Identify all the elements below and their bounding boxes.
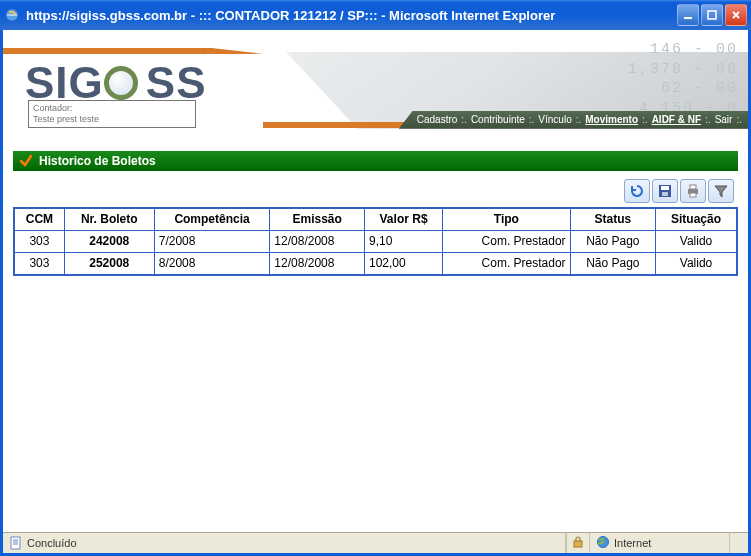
col-situacao[interactable]: Situação xyxy=(656,208,737,230)
cell-tipo: Com. Prestador xyxy=(443,230,570,252)
col-tipo[interactable]: Tipo xyxy=(443,208,570,230)
col-ccm[interactable]: CCM xyxy=(15,208,65,230)
boletos-grid: CCM Nr. Boleto Competência Emissão Valor… xyxy=(13,207,738,276)
status-pane-lock xyxy=(566,533,590,553)
cell-nr-boleto-link[interactable]: 252008 xyxy=(64,252,154,274)
table-header-row: CCM Nr. Boleto Competência Emissão Valor… xyxy=(15,208,737,230)
ie-icon xyxy=(4,7,20,23)
cell-situacao: Valido xyxy=(656,230,737,252)
table-row[interactable]: 303 242008 7/2008 12/08/2008 9,10 Com. P… xyxy=(15,230,737,252)
banner-stripe xyxy=(198,48,298,128)
cell-valor: 102,00 xyxy=(364,252,442,274)
window-title: https://sigiss.gbss.com.br - ::: CONTADO… xyxy=(26,8,677,23)
svg-rect-1 xyxy=(684,17,692,19)
cell-competencia: 8/2008 xyxy=(154,252,270,274)
filter-button[interactable] xyxy=(708,179,734,203)
cell-status: Não Pago xyxy=(570,230,655,252)
nav-contribuinte[interactable]: Contribuinte xyxy=(471,114,525,125)
svg-rect-7 xyxy=(690,185,696,189)
contador-info-box: Contador: Teste prest teste xyxy=(28,100,196,128)
maximize-button[interactable] xyxy=(701,4,723,26)
minimize-button[interactable] xyxy=(677,4,699,26)
svg-rect-2 xyxy=(708,11,716,19)
svg-rect-9 xyxy=(11,537,20,549)
statusbar: Concluído Internet xyxy=(3,532,748,553)
col-nr-boleto[interactable]: Nr. Boleto xyxy=(64,208,154,230)
content-area: Historico de Boletos CCM Nr. Boleto xyxy=(3,129,748,532)
cell-tipo: Com. Prestador xyxy=(443,252,570,274)
svg-rect-4 xyxy=(661,186,669,190)
grid-toolbar xyxy=(13,179,738,203)
section-title: Historico de Boletos xyxy=(39,154,156,168)
status-text: Concluído xyxy=(27,537,77,549)
client-area: 146 - 00 1,378 - 00 62 - 00 4,159 - 0 SI… xyxy=(0,30,751,556)
nav-aidf-nf[interactable]: AIDF & NF xyxy=(652,114,701,125)
nav-sair[interactable]: Sair xyxy=(715,114,733,125)
contador-label: Contador: xyxy=(33,103,191,114)
zone-text: Internet xyxy=(614,537,651,549)
cell-valor: 9,10 xyxy=(364,230,442,252)
cell-ccm: 303 xyxy=(15,230,65,252)
close-button[interactable] xyxy=(725,4,747,26)
cell-situacao: Valido xyxy=(656,252,737,274)
nav-cadastro[interactable]: Cadastro xyxy=(417,114,458,125)
svg-rect-8 xyxy=(690,193,696,197)
cell-ccm: 303 xyxy=(15,252,65,274)
col-emissao[interactable]: Emissão xyxy=(270,208,365,230)
window-controls xyxy=(677,4,747,26)
cell-status: Não Pago xyxy=(570,252,655,274)
table-row[interactable]: 303 252008 8/2008 12/08/2008 102,00 Com.… xyxy=(15,252,737,274)
print-button[interactable] xyxy=(680,179,706,203)
contador-value: Teste prest teste xyxy=(33,114,99,124)
cell-nr-boleto-link[interactable]: 242008 xyxy=(64,230,154,252)
svg-rect-10 xyxy=(574,541,582,547)
status-pane-zone[interactable]: Internet xyxy=(590,533,730,553)
col-status[interactable]: Status xyxy=(570,208,655,230)
cell-emissao: 12/08/2008 xyxy=(270,252,365,274)
cell-emissao: 12/08/2008 xyxy=(270,230,365,252)
refresh-button[interactable] xyxy=(624,179,650,203)
window-titlebar: https://sigiss.gbss.com.br - ::: CONTADO… xyxy=(0,0,751,30)
save-button[interactable] xyxy=(652,179,678,203)
lock-icon xyxy=(572,536,584,550)
col-competencia[interactable]: Competência xyxy=(154,208,270,230)
section-header: Historico de Boletos xyxy=(13,151,738,171)
status-pane-main: Concluído xyxy=(3,533,566,553)
document-icon xyxy=(9,536,23,550)
svg-rect-5 xyxy=(662,192,668,196)
banner-decor-numbers: 146 - 00 1,378 - 00 62 - 00 4,159 - 0 xyxy=(628,40,738,118)
col-valor[interactable]: Valor R$ xyxy=(364,208,442,230)
cell-competencia: 7/2008 xyxy=(154,230,270,252)
empty-area xyxy=(13,276,738,526)
nav-movimento[interactable]: Movimento xyxy=(585,114,638,125)
nav-vinculo[interactable]: Vínculo xyxy=(538,114,571,125)
globe-icon xyxy=(596,535,610,551)
main-nav: Cadastro:. Contribuinte:. Vínculo:. Movi… xyxy=(399,111,748,129)
check-icon xyxy=(19,154,33,168)
